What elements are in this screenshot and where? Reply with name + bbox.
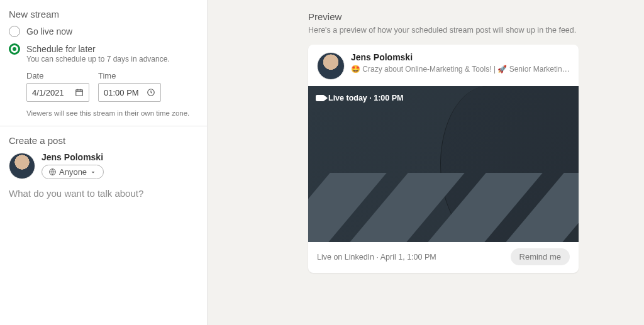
create-post-title: Create a post bbox=[9, 135, 198, 146]
time-input[interactable] bbox=[104, 88, 143, 97]
preview-description: Here's a preview of how your scheduled s… bbox=[308, 26, 621, 35]
radio-go-live-now[interactable]: Go live now bbox=[9, 26, 198, 37]
preview-card: Jens Polomski 🤩 Crazy about Online-Marke… bbox=[308, 45, 579, 273]
timezone-note: Viewers will see this stream in their ow… bbox=[26, 109, 198, 117]
card-footer-text: Live on LinkedIn · April 1, 1:00 PM bbox=[317, 253, 436, 262]
time-label: Time bbox=[98, 71, 161, 80]
create-post-section: Create a post Jens Polomski Anyone bbox=[0, 126, 207, 231]
date-input[interactable] bbox=[32, 88, 71, 97]
new-stream-section: New stream Go live now Schedule for late… bbox=[0, 0, 207, 126]
camera-icon bbox=[316, 95, 325, 101]
globe-icon bbox=[48, 168, 57, 176]
radio-icon-selected bbox=[9, 43, 20, 55]
new-stream-title: New stream bbox=[9, 9, 198, 19]
schedule-note: You can schedule up to 7 days in advance… bbox=[26, 55, 198, 63]
clock-icon bbox=[147, 88, 155, 97]
radio-icon-unselected bbox=[9, 26, 20, 37]
calendar-icon bbox=[75, 88, 84, 97]
avatar bbox=[317, 52, 345, 80]
date-label: Date bbox=[26, 71, 89, 80]
card-author-tagline: 🤩 Crazy about Online-Marketing & Tools! … bbox=[351, 65, 570, 74]
poster-name: Jens Polomski bbox=[42, 152, 104, 162]
radio-label: Go live now bbox=[26, 26, 72, 36]
avatar bbox=[9, 153, 35, 179]
stream-thumbnail: Live today · 1:00 PM bbox=[308, 86, 579, 242]
audience-selector[interactable]: Anyone bbox=[42, 165, 104, 179]
radio-label: Schedule for later bbox=[26, 44, 96, 54]
live-badge-text: Live today · 1:00 PM bbox=[328, 94, 403, 102]
time-input-wrap[interactable] bbox=[98, 83, 161, 102]
audience-label: Anyone bbox=[59, 167, 87, 177]
chevron-down-icon bbox=[89, 168, 97, 176]
radio-schedule-for-later[interactable]: Schedule for later bbox=[9, 43, 198, 55]
date-input-wrap[interactable] bbox=[26, 83, 89, 102]
post-textarea[interactable] bbox=[9, 188, 198, 220]
preview-title: Preview bbox=[308, 11, 621, 22]
card-author-name: Jens Polomski bbox=[351, 52, 570, 62]
live-badge: Live today · 1:00 PM bbox=[316, 94, 403, 102]
svg-rect-0 bbox=[76, 90, 83, 96]
remind-me-button[interactable]: Remind me bbox=[511, 248, 570, 265]
